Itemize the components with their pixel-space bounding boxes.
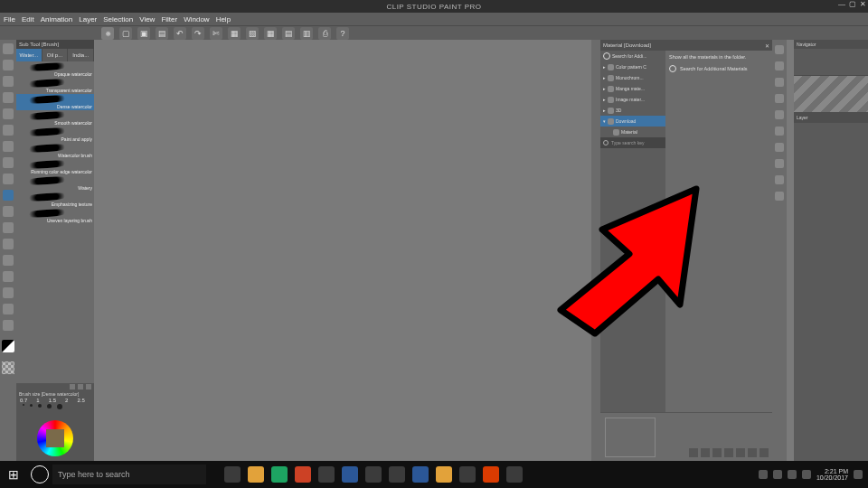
tree-material-sub[interactable]: Material — [600, 127, 665, 137]
tool-operation[interactable] — [3, 76, 14, 87]
tool-wand[interactable] — [3, 125, 14, 136]
palette4-icon[interactable] — [775, 192, 784, 201]
tool-eraser[interactable] — [3, 239, 14, 249]
color-swatch[interactable] — [2, 340, 14, 352]
tray-up-icon[interactable] — [759, 470, 768, 479]
taskbar-app[interactable] — [483, 466, 499, 483]
notifications-icon[interactable] — [854, 470, 863, 479]
taskbar-app[interactable] — [295, 466, 311, 483]
colorwheel-panel[interactable] — [16, 416, 94, 461]
layer-thumbnails[interactable] — [794, 76, 868, 112]
tool-balloon[interactable] — [3, 320, 14, 331]
taskbar-app[interactable] — [318, 466, 335, 483]
app-home-icon[interactable]: ⎈ — [101, 27, 114, 40]
menu-help[interactable]: Help — [216, 15, 231, 23]
taskbar-search[interactable]: Type here to search — [52, 465, 206, 484]
brush-item[interactable]: Uneven layering brush — [16, 208, 94, 224]
menu-view[interactable]: View — [139, 15, 155, 23]
info-icon[interactable] — [775, 78, 784, 87]
brush-item[interactable]: Watery — [16, 175, 94, 192]
tool-blend[interactable] — [3, 255, 14, 266]
transparent-swatch[interactable] — [2, 361, 14, 374]
tab-oilpaint[interactable]: Oil p... — [42, 49, 69, 61]
tool-move[interactable] — [3, 60, 14, 70]
ruler-icon[interactable]: ▤ — [282, 27, 295, 40]
brush-item[interactable]: Paint and apply — [16, 127, 94, 143]
history-icon[interactable] — [775, 110, 784, 119]
open-icon[interactable]: ▣ — [137, 27, 150, 40]
taskbar-app[interactable] — [271, 466, 288, 483]
menu-filter[interactable]: Filter — [161, 15, 177, 23]
tray-onedrive-icon[interactable] — [773, 470, 782, 479]
copy-icon[interactable]: ▦ — [228, 27, 241, 40]
start-button[interactable]: ⊞ — [0, 461, 27, 488]
brush-item[interactable]: Running color edge watercolor — [16, 159, 94, 175]
taskbar-app[interactable] — [459, 466, 476, 483]
taskbar-clock[interactable]: 2:21 PM 10/20/2017 — [816, 468, 848, 481]
tray-network-icon[interactable] — [788, 470, 797, 479]
view-grid-icon[interactable] — [712, 448, 722, 457]
tree-3d[interactable]: ▸3D — [600, 105, 665, 116]
cortana-icon[interactable] — [31, 465, 49, 483]
cut-icon[interactable]: ✄ — [210, 27, 222, 40]
brushsize-val[interactable]: 0.7 — [20, 398, 27, 403]
snap-icon[interactable]: ▥ — [300, 27, 313, 40]
menu-selection[interactable]: Selection — [103, 15, 133, 23]
canvas[interactable] — [94, 40, 591, 461]
material-props-icon[interactable] — [748, 448, 757, 457]
tool-decoration[interactable] — [3, 222, 14, 233]
subtool-options-icon[interactable] — [70, 384, 75, 389]
close-icon[interactable]: ✕ — [860, 0, 866, 8]
tray-volume-icon[interactable] — [802, 470, 811, 479]
paste-material-icon[interactable] — [689, 448, 698, 457]
paste-icon[interactable]: ▧ — [246, 27, 259, 40]
brush-item[interactable]: Smooth watercolor — [16, 110, 94, 127]
brushsize-val[interactable]: 2.5 — [77, 398, 84, 403]
brush-item[interactable]: Emphasizing texture — [16, 192, 94, 208]
material-handle[interactable] — [591, 40, 600, 461]
tool-eyedropper[interactable] — [3, 141, 14, 152]
save-icon[interactable]: ▤ — [156, 27, 168, 40]
palette-icon[interactable] — [775, 143, 784, 152]
material-search-input[interactable]: Type search key — [600, 137, 665, 148]
subtool-add-icon[interactable] — [78, 384, 83, 389]
menu-layer[interactable]: Layer — [79, 15, 97, 23]
tree-image[interactable]: ▸Image mater... — [600, 94, 665, 105]
brushsize-val[interactable]: 1 — [36, 398, 39, 403]
autosave-icon[interactable] — [775, 127, 784, 136]
tree-download[interactable]: ▾Download — [600, 116, 665, 127]
grid-icon[interactable]: ▦ — [264, 27, 277, 40]
tool-brush[interactable] — [3, 190, 14, 201]
redo-icon[interactable]: ↷ — [192, 27, 204, 40]
itembank-icon[interactable] — [775, 94, 784, 103]
taskbar-app[interactable] — [342, 466, 358, 483]
tool-magnify[interactable] — [3, 43, 14, 54]
tree-manga[interactable]: ▸Manga mate... — [600, 83, 665, 94]
help-icon[interactable]: ? — [336, 27, 349, 40]
taskbar-app[interactable] — [389, 466, 405, 483]
taskbar-app[interactable] — [224, 466, 241, 483]
palette2-icon[interactable] — [775, 159, 784, 168]
menu-file[interactable]: File — [4, 15, 15, 23]
tool-lasso[interactable] — [3, 108, 14, 119]
view-large-icon[interactable] — [724, 448, 733, 457]
tool-pen[interactable] — [3, 157, 14, 168]
menu-edit[interactable]: Edit — [22, 15, 34, 23]
undo-icon[interactable]: ↶ — [174, 27, 186, 40]
search-additional-link[interactable]: Search for Additional Materials — [669, 65, 769, 72]
tab-watercolor[interactable]: Water... — [16, 49, 42, 61]
add-material-icon[interactable] — [736, 448, 745, 457]
tool-fill[interactable] — [3, 271, 14, 282]
brush-item[interactable]: Dense watercolor — [16, 94, 94, 110]
min-icon[interactable]: — — [838, 0, 845, 8]
tab-indiaink[interactable]: India... — [68, 49, 94, 61]
new-icon[interactable]: ▢ — [119, 27, 132, 40]
max-icon[interactable]: ▢ — [849, 0, 856, 8]
taskbar-app[interactable] — [248, 466, 264, 483]
tree-monochrome[interactable]: ▸Monochrom... — [600, 72, 665, 83]
color-wheel[interactable] — [37, 420, 73, 456]
taskbar-app[interactable] — [412, 466, 429, 483]
tool-pencil[interactable] — [3, 174, 14, 184]
tool-text[interactable] — [3, 304, 14, 314]
delete-material-icon[interactable] — [760, 448, 769, 457]
